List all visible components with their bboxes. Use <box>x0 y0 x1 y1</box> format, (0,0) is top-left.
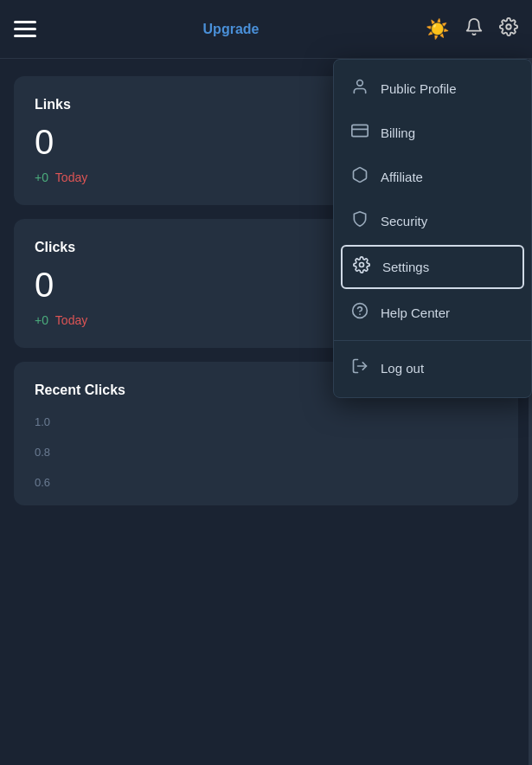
header: Upgrade ☀️ <box>0 0 532 59</box>
public-profile-icon <box>351 78 369 100</box>
theme-toggle-icon[interactable]: ☀️ <box>426 18 449 41</box>
dropdown-label-settings: Settings <box>382 260 429 274</box>
dropdown-label-billing: Billing <box>381 125 415 140</box>
svg-point-0 <box>506 24 511 29</box>
hamburger-menu[interactable] <box>14 21 36 37</box>
notifications-icon[interactable] <box>465 17 484 42</box>
chart-label-3: 0.6 <box>35 476 497 489</box>
chart-label-1: 1.0 <box>35 415 497 428</box>
dropdown-label-logout: Log out <box>381 361 424 376</box>
header-icons: ☀️ <box>426 17 518 42</box>
links-today-plus: +0 <box>35 170 48 184</box>
clicks-today-label: Today <box>55 313 87 327</box>
settings-icon[interactable] <box>499 17 518 42</box>
chart-label-2: 0.8 <box>35 446 497 459</box>
dropdown-item-help-center[interactable]: Help Center <box>334 291 531 335</box>
dropdown-item-settings[interactable]: Settings <box>341 245 524 289</box>
help-center-icon <box>351 302 369 324</box>
dropdown-label-help-center: Help Center <box>381 305 450 320</box>
svg-point-7 <box>360 263 364 267</box>
dropdown-label-security: Security <box>381 214 427 228</box>
dropdown-label-affiliate: Affiliate <box>381 170 423 184</box>
upgrade-link[interactable]: Upgrade <box>203 22 260 37</box>
security-icon <box>351 210 369 232</box>
svg-rect-5 <box>352 125 368 136</box>
dropdown-item-affiliate[interactable]: Affiliate <box>334 155 531 199</box>
chart-area: 1.0 0.8 0.6 <box>35 415 497 485</box>
dropdown-item-billing[interactable]: Billing <box>334 111 531 155</box>
billing-icon <box>351 122 369 144</box>
dropdown-item-security[interactable]: Security <box>334 199 531 243</box>
logout-icon <box>351 357 369 379</box>
clicks-today-plus: +0 <box>35 313 48 327</box>
dropdown-label-public-profile: Public Profile <box>381 81 457 96</box>
settings-menu-icon <box>353 256 370 278</box>
dropdown-menu: Public Profile Billing Affiliate Securit… <box>333 59 532 398</box>
dropdown-item-public-profile[interactable]: Public Profile <box>334 67 531 111</box>
affiliate-icon <box>351 166 369 188</box>
dropdown-divider <box>334 340 531 341</box>
svg-point-4 <box>357 80 363 87</box>
links-today-label: Today <box>55 170 87 184</box>
dropdown-item-logout[interactable]: Log out <box>334 346 531 390</box>
